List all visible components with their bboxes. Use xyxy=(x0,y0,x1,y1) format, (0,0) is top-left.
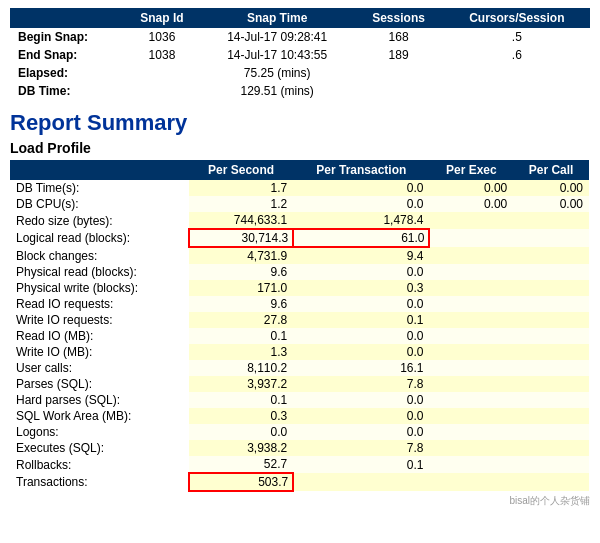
snap-row-time: 14-Jul-17 09:28:41 xyxy=(201,28,353,46)
lp-row-per-call xyxy=(513,440,589,456)
lp-row-per-transaction: 1,478.4 xyxy=(293,212,429,229)
top-table-wrapper: Snap Id Snap Time Sessions Cursors/Sessi… xyxy=(0,0,600,106)
snap-row-sessions: 189 xyxy=(353,46,443,64)
lp-col-per-exec: Per Exec xyxy=(429,160,513,180)
lp-row-per-call xyxy=(513,376,589,392)
col-header-snap-time: Snap Time xyxy=(201,8,353,28)
lp-row-per-second: 1.2 xyxy=(189,196,293,212)
lp-row-per-second: 744,633.1 xyxy=(189,212,293,229)
lp-row-per-call xyxy=(513,424,589,440)
snap-row-time: 14-Jul-17 10:43:55 xyxy=(201,46,353,64)
lp-row-per-exec xyxy=(429,247,513,264)
lp-row-per-transaction: 0.0 xyxy=(293,392,429,408)
snap-row-sessions xyxy=(353,64,443,82)
lp-row-per-exec xyxy=(429,328,513,344)
lp-row-per-exec: 0.00 xyxy=(429,196,513,212)
lp-row-label: Executes (SQL): xyxy=(10,440,189,456)
lp-row-per-transaction xyxy=(293,473,429,491)
lp-row-label: Redo size (bytes): xyxy=(10,212,189,229)
lp-row-per-exec: 0.00 xyxy=(429,180,513,196)
lp-col-per-second: Per Second xyxy=(189,160,293,180)
lp-row-per-exec xyxy=(429,296,513,312)
lp-row-per-exec xyxy=(429,264,513,280)
lp-row-per-call xyxy=(513,264,589,280)
lp-col-per-call: Per Call xyxy=(513,160,589,180)
lp-row-per-second: 4,731.9 xyxy=(189,247,293,264)
snap-row-id xyxy=(123,64,201,82)
lp-row-per-exec xyxy=(429,408,513,424)
lp-row-per-second: 8,110.2 xyxy=(189,360,293,376)
lp-row-per-transaction: 9.4 xyxy=(293,247,429,264)
lp-row-per-exec xyxy=(429,424,513,440)
lp-row-per-call xyxy=(513,212,589,229)
lp-row-per-exec xyxy=(429,344,513,360)
snap-row-label: Elapsed: xyxy=(10,64,123,82)
snap-row-time: 129.51 (mins) xyxy=(201,82,353,100)
lp-row-per-second: 9.6 xyxy=(189,296,293,312)
snap-row-cursors xyxy=(444,64,590,82)
lp-row-label: Write IO (MB): xyxy=(10,344,189,360)
lp-row-per-second: 1.3 xyxy=(189,344,293,360)
lp-row-label: Read IO (MB): xyxy=(10,328,189,344)
lp-row-per-transaction: 0.0 xyxy=(293,424,429,440)
snap-row-cursors: .5 xyxy=(444,28,590,46)
lp-row-label: DB CPU(s): xyxy=(10,196,189,212)
lp-row-per-second: 171.0 xyxy=(189,280,293,296)
lp-row-label: Write IO requests: xyxy=(10,312,189,328)
snap-info-table: Snap Id Snap Time Sessions Cursors/Sessi… xyxy=(10,8,590,100)
lp-row-per-second: 0.1 xyxy=(189,392,293,408)
lp-row-per-exec xyxy=(429,229,513,247)
col-header-snap-id: Snap Id xyxy=(123,8,201,28)
lp-row-label: Block changes: xyxy=(10,247,189,264)
col-header-cursors: Cursors/Session xyxy=(444,8,590,28)
lp-row-per-transaction: 0.0 xyxy=(293,408,429,424)
load-profile-title: Load Profile xyxy=(10,140,590,156)
lp-row-per-call xyxy=(513,280,589,296)
lp-row-per-exec xyxy=(429,392,513,408)
lp-row-label: Read IO requests: xyxy=(10,296,189,312)
load-profile-table: Per Second Per Transaction Per Exec Per … xyxy=(10,160,590,492)
lp-row-label: Parses (SQL): xyxy=(10,376,189,392)
lp-row-per-call xyxy=(513,229,589,247)
report-summary-section: Report Summary Load Profile Per Second P… xyxy=(0,106,600,492)
lp-row-per-transaction: 7.8 xyxy=(293,440,429,456)
lp-row-per-second: 27.8 xyxy=(189,312,293,328)
lp-row-per-exec xyxy=(429,280,513,296)
lp-row-per-transaction: 7.8 xyxy=(293,376,429,392)
lp-row-per-exec xyxy=(429,312,513,328)
lp-row-per-transaction: 0.0 xyxy=(293,196,429,212)
snap-row-id: 1038 xyxy=(123,46,201,64)
snap-row-cursors: .6 xyxy=(444,46,590,64)
snap-row-time: 75.25 (mins) xyxy=(201,64,353,82)
lp-row-per-second: 3,937.2 xyxy=(189,376,293,392)
snap-row-label: End Snap: xyxy=(10,46,123,64)
report-summary-title: Report Summary xyxy=(10,110,590,136)
col-header-sessions: Sessions xyxy=(353,8,443,28)
snap-row-cursors xyxy=(444,82,590,100)
lp-row-per-transaction: 0.0 xyxy=(293,296,429,312)
lp-row-label: Rollbacks: xyxy=(10,456,189,473)
snap-row-label: Begin Snap: xyxy=(10,28,123,46)
lp-row-per-call xyxy=(513,296,589,312)
lp-row-label: SQL Work Area (MB): xyxy=(10,408,189,424)
lp-row-label: Physical read (blocks): xyxy=(10,264,189,280)
lp-row-per-call xyxy=(513,408,589,424)
watermark: bisal的个人杂货铺 xyxy=(0,492,600,512)
lp-row-per-second: 0.1 xyxy=(189,328,293,344)
lp-row-per-call xyxy=(513,247,589,264)
lp-row-per-second: 3,938.2 xyxy=(189,440,293,456)
lp-row-per-transaction: 0.1 xyxy=(293,456,429,473)
lp-row-per-second: 9.6 xyxy=(189,264,293,280)
lp-row-per-call: 0.00 xyxy=(513,180,589,196)
lp-row-label: Logical read (blocks): xyxy=(10,229,189,247)
lp-row-per-call: 0.00 xyxy=(513,196,589,212)
lp-row-per-call xyxy=(513,328,589,344)
lp-row-per-call xyxy=(513,344,589,360)
lp-row-per-call xyxy=(513,360,589,376)
lp-row-per-call xyxy=(513,473,589,491)
lp-row-per-exec xyxy=(429,212,513,229)
lp-row-per-second: 1.7 xyxy=(189,180,293,196)
snap-row-id: 1036 xyxy=(123,28,201,46)
lp-row-per-call xyxy=(513,456,589,473)
lp-row-per-transaction: 0.1 xyxy=(293,312,429,328)
